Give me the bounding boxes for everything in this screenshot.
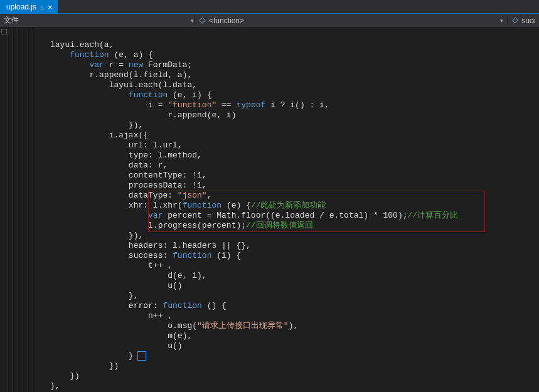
chevron-down-icon: ▾ [191, 18, 194, 24]
keyword: new [129, 60, 143, 70]
close-icon[interactable]: × [48, 3, 53, 11]
code-token: m(e), [168, 331, 192, 341]
code-token: success: [129, 251, 173, 260]
code-token: (a, [99, 40, 114, 50]
scope-dropdown-function[interactable]: <function> ▾ [195, 16, 508, 25]
code-token: error: [129, 301, 163, 310]
code-token: i ? i() : i, [265, 100, 329, 110]
code-editor[interactable]: layui.each(a, function (e, a) { var r = … [0, 28, 539, 392]
cube-icon [199, 17, 205, 23]
code-token: i.ajax({ [109, 130, 148, 140]
keyword: function [163, 301, 201, 310]
code-token: () { [202, 301, 227, 310]
outline-gutter [0, 28, 35, 392]
scope-function-label: <function> [209, 16, 244, 25]
code-token: url: l.url, [129, 140, 183, 150]
string: "function" [168, 100, 216, 110]
code-area[interactable]: layui.each(a, function (e, a) { var r = … [35, 28, 539, 392]
string: "请求上传接口出现异常" [197, 321, 289, 331]
code-token: o.msg( [168, 321, 197, 331]
code-token: i = [148, 100, 168, 110]
code-token: d(e, i), [168, 271, 206, 280]
code-token: }) [109, 361, 119, 371]
code-token: r.append(e, i) [168, 110, 236, 120]
code-token: each [80, 40, 99, 50]
code-token: layui. [50, 40, 80, 50]
highlight-box [148, 191, 485, 232]
code-token: }), [129, 120, 143, 130]
keyword: typeof [236, 100, 265, 110]
code-token: r.append(l.field, a), [89, 70, 192, 80]
code-token: ), [289, 321, 299, 331]
code-token: }), [129, 231, 143, 240]
code-token: } [129, 351, 134, 361]
scope-dropdown-file[interactable]: 文件 ▾ [0, 15, 195, 26]
code-token: }, [129, 291, 139, 300]
code-token: u() [168, 281, 182, 290]
code-token: (e, a) { [109, 50, 153, 60]
code-token: t++ , [148, 261, 173, 270]
code-token: (i) { [211, 251, 241, 260]
scope-label: 文件 [4, 15, 191, 26]
tab-bar: upload.js ⟂ × [0, 0, 539, 14]
file-tab-upload-js[interactable]: upload.js ⟂ × [0, 0, 58, 14]
code-token: }, [50, 381, 60, 391]
scope-dropdown-member[interactable]: succ [508, 16, 539, 25]
keyword: var [89, 60, 104, 70]
code-token: processData: !1, [129, 181, 207, 190]
chevron-down-icon: ▾ [500, 18, 503, 24]
navigation-bar: 文件 ▾ <function> ▾ succ [0, 14, 539, 28]
cursor-selection [137, 351, 146, 361]
code-token: == [216, 100, 236, 110]
code-token: r = [104, 60, 129, 70]
code-token: contentType: !1, [129, 171, 207, 180]
code-token: FormData; [143, 60, 192, 70]
code-token: n++ , [148, 311, 173, 320]
scope-member-label: succ [521, 16, 535, 25]
collapse-toggle[interactable] [1, 29, 7, 34]
pin-icon[interactable]: ⟂ [40, 4, 44, 11]
code-token: }) [70, 371, 80, 381]
keyword: function [70, 50, 109, 60]
keyword: function [173, 251, 211, 260]
code-token: layui.each(l.data, [109, 80, 197, 90]
code-token: u() [168, 341, 182, 351]
code-token: headers: l.headers || {}, [129, 241, 251, 250]
keyword: function [129, 90, 168, 100]
cube-icon [512, 18, 518, 24]
code-token: (e, i) { [168, 90, 211, 100]
code-token: type: l.method, [129, 151, 202, 160]
code-token: data: r, [129, 161, 168, 170]
tab-filename: upload.js [6, 3, 36, 11]
